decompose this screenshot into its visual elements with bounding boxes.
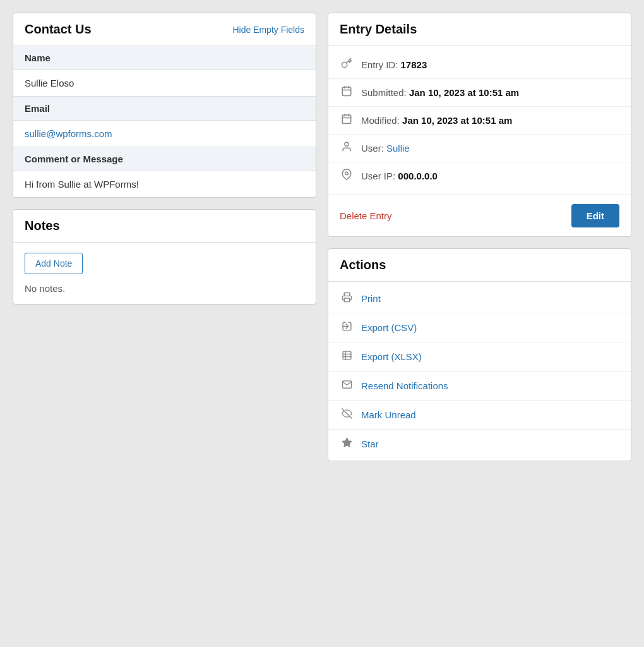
user-row: User: Sullie: [328, 135, 631, 162]
user-link[interactable]: Sullie: [386, 143, 410, 154]
notes-header: Notes: [13, 210, 316, 243]
actions-header: Actions: [328, 249, 631, 282]
actions-title: Actions: [340, 258, 386, 272]
message-value: Hi from Sullie at WPForms!: [13, 171, 316, 197]
contact-us-header: Contact Us Hide Empty Fields: [13, 13, 316, 46]
entry-details-list: Entry ID: 17823 Submitted: Jan 10, 2023 …: [328, 46, 631, 195]
message-label: Comment or Message: [13, 147, 316, 171]
name-value: Sullie Eloso: [13, 70, 316, 97]
resend-notifications-action[interactable]: Resend Notifications: [328, 372, 631, 401]
modified-calendar-icon: [340, 113, 354, 128]
email-label: Email: [13, 97, 316, 121]
submitted-calendar-icon: [340, 85, 354, 100]
contact-us-card: Contact Us Hide Empty Fields Name Sullie…: [13, 13, 316, 198]
svg-marker-15: [342, 438, 351, 446]
actions-card: Actions Print Export (CSV): [328, 248, 631, 461]
resend-notifications-icon: [340, 379, 354, 392]
star-label: Star: [361, 438, 379, 449]
notes-title: Notes: [25, 219, 60, 233]
email-link[interactable]: sullie@wpforms.com: [25, 128, 112, 139]
star-action[interactable]: Star: [328, 430, 631, 458]
key-icon: [340, 57, 354, 72]
modified-row: Modified: Jan 10, 2023 at 10:51 am: [328, 107, 631, 135]
user-ip-text: User IP: 000.0.0.0: [361, 171, 438, 181]
export-xlsx-action[interactable]: Export (XLSX): [328, 342, 631, 372]
entry-details-footer: Delete Entry Edit: [328, 195, 631, 236]
edit-button[interactable]: Edit: [571, 204, 619, 227]
notes-body: Add Note No notes.: [13, 243, 316, 304]
no-notes-text: No notes.: [25, 283, 304, 294]
print-label: Print: [361, 293, 381, 304]
user-text: User: Sullie: [361, 143, 410, 154]
add-note-button[interactable]: Add Note: [25, 253, 83, 274]
star-icon: [340, 437, 354, 450]
export-xlsx-icon: [340, 350, 354, 363]
actions-list: Print Export (CSV) Export (XLSX): [328, 282, 631, 461]
export-xlsx-label: Export (XLSX): [361, 351, 422, 362]
print-icon: [340, 292, 354, 305]
modified-text: Modified: Jan 10, 2023 at 10:51 am: [361, 115, 512, 126]
notes-card: Notes Add Note No notes.: [13, 209, 316, 305]
delete-entry-link[interactable]: Delete Entry: [340, 210, 392, 221]
name-label: Name: [13, 46, 316, 70]
submitted-text: Submitted: Jan 10, 2023 at 10:51 am: [361, 87, 519, 98]
export-csv-action[interactable]: Export (CSV): [328, 313, 631, 342]
hide-empty-fields-link[interactable]: Hide Empty Fields: [232, 25, 304, 35]
resend-notifications-label: Resend Notifications: [361, 380, 448, 391]
svg-point-10: [345, 172, 349, 175]
entry-details-card: Entry Details Entry ID: 17823 Submitted:…: [328, 13, 631, 237]
svg-rect-1: [342, 87, 351, 96]
svg-rect-13: [343, 351, 351, 360]
print-action[interactable]: Print: [328, 284, 631, 313]
mark-unread-icon: [340, 408, 354, 421]
svg-rect-5: [342, 115, 351, 124]
export-csv-icon: [340, 321, 354, 334]
mark-unread-action[interactable]: Mark Unread: [328, 401, 631, 430]
entry-details-title: Entry Details: [340, 22, 417, 37]
mark-unread-label: Mark Unread: [361, 409, 416, 420]
email-value: sullie@wpforms.com: [13, 121, 316, 147]
svg-point-9: [345, 142, 349, 146]
submitted-row: Submitted: Jan 10, 2023 at 10:51 am: [328, 79, 631, 107]
svg-rect-11: [344, 298, 350, 302]
user-icon: [340, 141, 354, 155]
entry-details-header: Entry Details: [328, 13, 631, 46]
location-icon: [340, 169, 354, 183]
contact-us-title: Contact Us: [25, 22, 92, 37]
export-csv-label: Export (CSV): [361, 322, 417, 333]
user-ip-row: User IP: 000.0.0.0: [328, 162, 631, 190]
entry-id-text: Entry ID: 17823: [361, 59, 427, 70]
entry-id-row: Entry ID: 17823: [328, 51, 631, 79]
